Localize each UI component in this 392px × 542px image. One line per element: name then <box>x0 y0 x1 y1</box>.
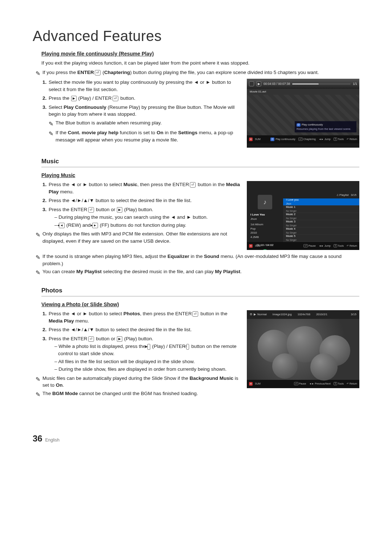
playlist-item: Music 4No Singer <box>283 227 359 235</box>
footer-return: Return <box>350 382 357 385</box>
footer-pause: Pause <box>309 245 316 247</box>
text: Only displays the files with MP3 and PCM… <box>42 230 240 245</box>
dash-note: – ◄◄ (REW) and ►► (FF) buttons do not fu… <box>54 222 240 229</box>
note-icon: ✎ <box>36 231 40 239</box>
footer-jump: Jump <box>324 245 331 247</box>
step-1: Select the movie file you want to play c… <box>48 79 240 93</box>
d-key-icon: D <box>297 123 301 126</box>
photo-screenshot: ⚙ ▶ Normal Image1024.jpg 1024x768 2010/2… <box>247 310 359 388</box>
sum-label: SUM <box>255 382 261 386</box>
photo-res: 1024x768 <box>298 312 310 317</box>
step-1: Press the ◄ or ► button to select Music,… <box>48 181 240 195</box>
tools-icon: T <box>334 244 337 247</box>
enter-icon: ⏎ <box>186 344 189 349</box>
note-bgm: ✎ Music files can be automatically playe… <box>36 375 240 389</box>
playlist-item: I Love youJhon <box>283 198 359 206</box>
photo-header: ⚙ ▶ Normal Image1024.jpg 1024x768 2010/2… <box>247 310 359 319</box>
photos-steps: Press the ◄ or ► button to select Photos… <box>48 310 240 373</box>
text: The <box>42 391 52 396</box>
music-heading: Music <box>41 157 359 167</box>
tools-icon: T <box>334 137 337 141</box>
text-bold: Photos <box>123 311 140 316</box>
text-bold: Play Continuously <box>64 104 106 110</box>
text-bold: Chaptering <box>104 70 130 75</box>
text: button in the <box>196 182 226 187</box>
sum-badge: ■ <box>249 244 253 248</box>
movie-popup: DPlay continuously Resumes playing from … <box>295 121 356 132</box>
text: selecting the desired music in the file,… <box>102 269 215 274</box>
enter-icon: ⏎ <box>88 336 94 342</box>
footer-return: Return <box>350 245 357 247</box>
text: Music files can be automatically played … <box>42 375 189 381</box>
enter-icon: ⏎ <box>113 96 118 101</box>
text: (Play) button. <box>123 207 153 212</box>
text-bold: My Playlist <box>215 269 240 274</box>
step-2: Press the ◄/►/▲/▼ button to select the d… <box>48 326 240 333</box>
text: menu. <box>59 189 74 194</box>
enter-icon: ⏎ <box>192 311 198 317</box>
movie-footer: ■ SUM DPlay continuously ⏎ Chaptering ◄►… <box>247 135 359 143</box>
text: If the <box>56 130 68 135</box>
sum-label: SUM <box>255 137 261 141</box>
text: Press the ENTER <box>49 336 87 341</box>
text: , then press the ENTER <box>137 182 189 187</box>
text-bold: On <box>56 382 63 388</box>
settings-icon <box>249 81 254 86</box>
footer-prevnext: Previous/Next <box>315 382 331 385</box>
text-bold: Media Play <box>49 318 74 324</box>
page-language: English <box>45 438 59 443</box>
text: menu. <box>74 318 89 324</box>
text: button or <box>95 207 117 212</box>
rew-icon: ◄◄ <box>59 223 65 228</box>
note-icon: ✎ <box>49 130 53 138</box>
dash-note: – All files in the file list section wil… <box>54 358 240 365</box>
sum-badge: ■ <box>249 137 253 141</box>
ff-icon: ►► <box>92 223 98 228</box>
music-note-icon: ♪ <box>258 195 272 209</box>
text: button in the <box>199 311 227 316</box>
play-icon: ▶ <box>117 207 122 213</box>
text-bold: My Playlist <box>76 269 102 274</box>
text: (Play) button. <box>123 336 153 341</box>
text: Press the ◄ or ► button to select <box>49 182 123 187</box>
footer-tools: Tools <box>338 382 344 385</box>
text: The Blue button is available when resumi… <box>56 119 162 127</box>
play-icon: ▶ <box>117 336 122 342</box>
d-key-icon: D <box>270 137 274 141</box>
text: Press the ENTER <box>49 207 87 212</box>
note-extensions: ✎ Only displays the files with MP3 and P… <box>36 230 240 245</box>
footer-jump: Jump <box>324 138 331 140</box>
music-screenshot: ♪ I Love You Jhon 1st Album Pop 2010 4.2… <box>247 181 359 250</box>
note-playlist: ✎ You can create My Playlist selecting t… <box>36 268 359 277</box>
step-2: Press the ▶ (Play) / ENTER⏎ button. <box>48 95 240 102</box>
text: button. <box>119 95 135 101</box>
note-icon: ✎ <box>36 69 40 78</box>
movie-counter: 1/1 <box>353 82 357 86</box>
photos-heading: Photos <box>41 286 359 296</box>
playlist-item: Music 1No Singer <box>283 206 359 213</box>
text: cannot be changed until the BGM has fini… <box>78 391 198 396</box>
step-3: Select Play Continuously (Resume Play) b… <box>48 104 240 143</box>
enter-icon: ⏎ <box>298 137 303 141</box>
text: . <box>63 382 64 388</box>
step-1: Press the ◄ or ► button to select Photos… <box>48 310 240 324</box>
playlist-item: Music 3No Singer <box>283 220 359 227</box>
footer-return: Return <box>350 138 357 140</box>
note-icon: ✎ <box>36 390 40 399</box>
playlist-header: ♫ Playlist 3/15 <box>283 192 359 198</box>
note-chaptering: ✎ If you press the ENTER⏎ (Chaptering) b… <box>36 69 359 78</box>
movie-time: 00:04:03 / 00:07:38 <box>264 82 290 86</box>
photo-footer: ■ SUM ⏎ Pause ◄► Previous/Next T Tools ↶… <box>247 380 359 388</box>
note-icon: ✎ <box>36 375 40 383</box>
text: (Play) / ENTER <box>77 95 112 101</box>
text: Press the <box>49 95 71 101</box>
enter-icon: ⏎ <box>88 207 94 213</box>
page-number: 36 <box>33 434 42 443</box>
music-subheading: Playing Music <box>41 172 359 179</box>
note-icon: ✎ <box>36 253 40 262</box>
text: function is set to <box>118 130 156 135</box>
playlist-item: Music 2No Singer <box>283 213 359 220</box>
text: You can create <box>42 269 76 274</box>
step-3: Press the ENTER⏎ button or ▶ (Play) butt… <box>48 335 240 373</box>
text: button or <box>95 336 117 341</box>
